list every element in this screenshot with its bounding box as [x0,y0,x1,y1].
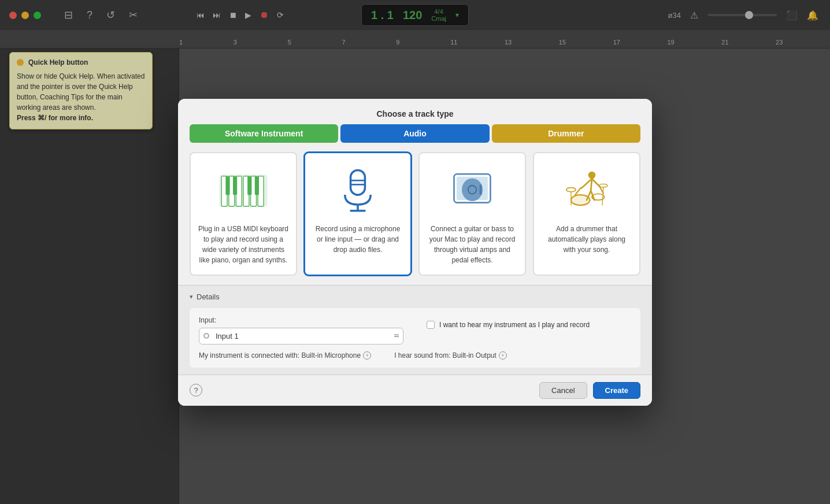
svg-point-22 [588,171,596,179]
instrument-connected-label: My instrument is connected with: Built-i… [199,351,361,360]
create-button-label: Create [605,386,628,395]
svg-rect-7 [225,176,229,194]
hear-instrument-label: I want to hear my instrument as I play a… [439,321,590,329]
tab-software-instrument[interactable]: Software Instrument [190,124,338,143]
details-header[interactable]: ▾ Details [190,292,640,301]
tab-audio-label: Audio [403,129,427,138]
details-header-text: Details [197,292,220,301]
modal-title-text: Choose a track type [376,109,453,118]
svg-line-23 [581,179,592,188]
help-button-label: ? [194,386,198,395]
option-microphone-desc: Record using a microphone or line input … [312,224,403,255]
instrument-connected-text: My instrument is connected with: Built-i… [199,351,371,360]
checkbox-row: I want to hear my instrument as I play a… [427,316,631,329]
input-select[interactable]: Input 1 [199,328,403,344]
svg-point-31 [571,195,590,205]
svg-point-34 [599,184,607,187]
modal-actions: Cancel Create [539,382,640,399]
option-software-desc: Plug in a USB MIDI keyboard to play and … [198,224,289,265]
option-drummer-desc: Add a drummer that automatically plays a… [541,224,632,255]
option-guitar[interactable]: Connect a guitar or bass to your Mac to … [418,152,526,276]
svg-line-36 [602,187,603,205]
hear-sound-label: I hear sound from: Built-in Output [394,351,496,360]
hear-instrument-checkbox[interactable] [427,321,435,329]
svg-rect-10 [255,176,259,194]
tab-drummer-label: Drummer [548,129,584,138]
input-select-wrapper: Input 1 [199,328,403,344]
input-circle-icon [203,333,209,339]
svg-rect-8 [233,176,237,194]
option-guitar-desc: Connect a guitar or bass to your Mac to … [427,224,518,265]
track-type-tabs: Software Instrument Audio Drummer [190,124,640,143]
input-label: Input: [199,316,403,324]
create-button[interactable]: Create [593,382,640,399]
svg-rect-11 [351,170,365,195]
tab-drummer[interactable]: Drummer [492,124,640,143]
choose-track-type-modal: Choose a track type Software Instrument … [178,99,652,406]
details-content: Input: Input 1 [190,308,640,368]
details-left: Input: Input 1 [199,316,403,344]
details-chevron-icon: ▾ [190,293,193,301]
modal-overlay: Choose a track type Software Instrument … [0,0,830,504]
details-right: I want to hear my instrument as I play a… [427,316,631,329]
option-microphone[interactable]: Record using a microphone or line input … [304,152,412,276]
svg-rect-9 [247,176,251,194]
help-button[interactable]: ? [190,384,202,396]
details-row: Input: Input 1 [199,316,631,344]
piano-icon [214,165,272,217]
modal-bottom: ? Cancel Create [178,375,652,406]
cancel-button-label: Cancel [551,386,575,395]
hear-sound-info-icon[interactable]: + [499,351,507,360]
cancel-button[interactable]: Cancel [539,382,587,399]
option-software-instrument[interactable]: Plug in a USB MIDI keyboard to play and … [190,152,297,276]
instrument-info-icon[interactable]: + [363,351,371,360]
details-info-row: My instrument is connected with: Built-i… [199,351,631,360]
option-drummer[interactable]: Add a drummer that automatically plays a… [533,152,640,276]
tab-audio[interactable]: Audio [340,124,489,143]
drums-icon [558,165,616,217]
tab-software-label: Software Instrument [225,129,303,138]
modal-title: Choose a track type [178,99,652,124]
microphone-icon [329,165,387,217]
hear-sound-text: I hear sound from: Built-in Output + [394,351,507,360]
track-options: Plug in a USB MIDI keyboard to play and … [178,152,652,285]
svg-point-33 [566,187,576,191]
svg-line-24 [592,179,600,187]
details-section: ▾ Details Input: Input 1 [178,285,652,375]
guitar-icon [443,165,501,217]
svg-line-27 [591,179,592,191]
